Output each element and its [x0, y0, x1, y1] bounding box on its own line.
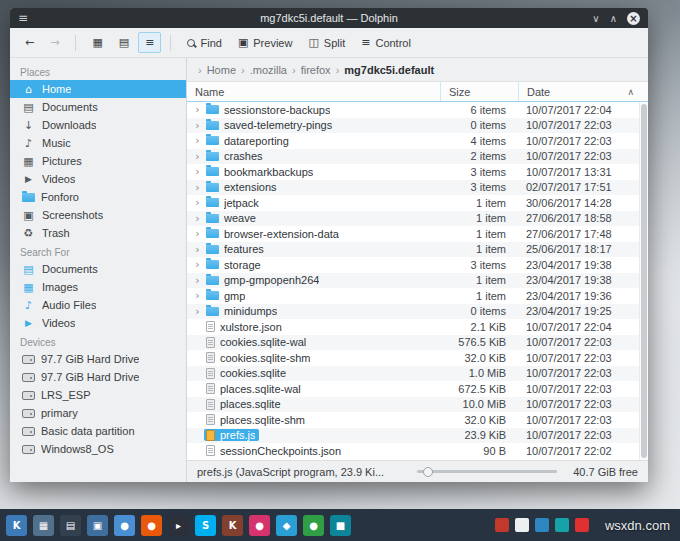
- close-button[interactable]: [627, 12, 640, 25]
- pager-icon[interactable]: ▦: [33, 515, 54, 536]
- tray-red-icon[interactable]: [495, 518, 509, 532]
- file-row-crashes[interactable]: ›crashes2 items10/07/2017 22:03: [187, 149, 648, 165]
- find-button[interactable]: Find: [180, 33, 228, 53]
- file-row-minidumps[interactable]: ›minidumps0 items23/04/2017 19:25: [187, 304, 648, 320]
- file-row-saved-telemetry-pings[interactable]: ›saved-telemetry-pings0 items10/07/2017 …: [187, 118, 648, 134]
- control-button[interactable]: Control: [354, 32, 418, 53]
- expander-icon[interactable]: ›: [191, 196, 204, 209]
- file-row-sessioncheckpoints-json[interactable]: sessionCheckpoints.json90 B10/07/2017 22…: [187, 443, 648, 459]
- sidebar-item-basic-data-partition[interactable]: Basic data partition: [10, 422, 186, 440]
- file-row-prefs-js[interactable]: prefs.js23.9 KiB10/07/2017 22:03: [187, 428, 648, 444]
- krita-icon[interactable]: K: [222, 515, 243, 536]
- expander-icon[interactable]: ›: [191, 103, 204, 116]
- forward-button[interactable]: [43, 32, 66, 53]
- sidebar-item-lrs-esp[interactable]: LRS_ESP: [10, 386, 186, 404]
- sidebar-item-images[interactable]: Images: [10, 278, 186, 296]
- details-view-button[interactable]: [138, 32, 161, 53]
- file-manager-icon[interactable]: ▣: [87, 515, 108, 536]
- sidebar-item-pictures[interactable]: Pictures: [10, 152, 186, 170]
- chromium-browser-icon[interactable]: ●: [114, 515, 135, 536]
- sidebar-item-videos[interactable]: Videos: [10, 314, 186, 332]
- scrollbar-thumb[interactable]: [641, 104, 647, 458]
- file-row-browser-extension-data[interactable]: ›browser-extension-data1 item27/06/2017 …: [187, 226, 648, 242]
- minimize-button[interactable]: [592, 12, 599, 25]
- sidebar-item-trash[interactable]: Trash: [10, 224, 186, 242]
- expander-icon[interactable]: ›: [191, 165, 204, 178]
- expander-icon[interactable]: ›: [191, 181, 204, 194]
- column-header-size[interactable]: Size: [440, 82, 518, 101]
- titlebar[interactable]: mg7dkc5i.default — Dolphin: [10, 8, 648, 28]
- sidebar-item-documents[interactable]: Documents: [10, 98, 186, 116]
- breadcrumb-item-mg7dkc5i-default[interactable]: mg7dkc5i.default: [344, 64, 434, 76]
- vertical-scrollbar[interactable]: [639, 102, 648, 460]
- tray-blue-icon[interactable]: [535, 518, 549, 532]
- media-player-icon[interactable]: ●: [249, 515, 270, 536]
- sidebar-item-97-7-gib-hard-drive[interactable]: 97.7 GiB Hard Drive: [10, 368, 186, 386]
- file-icon: [206, 321, 215, 332]
- expander-icon[interactable]: ›: [191, 258, 204, 271]
- split-button[interactable]: Split: [301, 32, 352, 53]
- column-header-date[interactable]: Date: [518, 82, 648, 101]
- expander-icon[interactable]: ›: [191, 305, 204, 318]
- back-button[interactable]: [18, 32, 41, 53]
- file-name-inner: browser-extension-data: [204, 228, 343, 240]
- file-row-gmp-gmpopenh264[interactable]: ›gmp-gmpopenh2641 item23/04/2017 19:38: [187, 273, 648, 289]
- breadcrumb-item-home[interactable]: Home: [207, 64, 236, 76]
- sidebar-item-windows8-os[interactable]: Windows8_OS: [10, 440, 186, 458]
- app-launcher-icon[interactable]: K: [6, 515, 27, 536]
- compact-view-button[interactable]: [112, 32, 136, 53]
- sidebar-item-downloads[interactable]: Downloads: [10, 116, 186, 134]
- expander-icon[interactable]: ›: [191, 119, 204, 132]
- firefox-browser-icon[interactable]: ●: [141, 515, 162, 536]
- expander-icon[interactable]: ›: [191, 243, 204, 256]
- sidebar-item-primary[interactable]: primary: [10, 404, 186, 422]
- file-row-bookmarkbackups[interactable]: ›bookmarkbackups3 items10/07/2017 13:31: [187, 164, 648, 180]
- tray-teal-icon[interactable]: [555, 518, 569, 532]
- file-row-places-sqlite[interactable]: places.sqlite10.0 MiB10/07/2017 22:03: [187, 397, 648, 413]
- file-row-cookies-sqlite[interactable]: cookies.sqlite1.0 MiB10/07/2017 22:03: [187, 366, 648, 382]
- zoom-slider[interactable]: [417, 470, 557, 473]
- file-row-places-sqlite-shm[interactable]: places.sqlite-shm32.0 KiB10/07/2017 22:0…: [187, 412, 648, 428]
- telegram-icon[interactable]: ◆: [276, 515, 297, 536]
- teal-app-icon[interactable]: ■: [330, 515, 351, 536]
- text-editor-icon[interactable]: ▤: [60, 515, 81, 536]
- sidebar-item-audio-files[interactable]: Audio Files: [10, 296, 186, 314]
- column-header-name[interactable]: Name: [187, 82, 440, 101]
- sidebar-item-screenshots[interactable]: Screenshots: [10, 206, 186, 224]
- icons-view-button[interactable]: [85, 32, 109, 53]
- expander-icon[interactable]: ›: [191, 150, 204, 163]
- expander-icon[interactable]: ›: [191, 134, 204, 147]
- file-row-cookies-sqlite-wal[interactable]: cookies.sqlite-wal576.5 KiB10/07/2017 22…: [187, 335, 648, 351]
- sidebar-item-music[interactable]: Music: [10, 134, 186, 152]
- file-row-datareporting[interactable]: ›datareporting4 items10/07/2017 22:03: [187, 133, 648, 149]
- file-row-jetpack[interactable]: ›jetpack1 item30/06/2017 14:28: [187, 195, 648, 211]
- file-row-places-sqlite-wal[interactable]: places.sqlite-wal672.5 KiB10/07/2017 22:…: [187, 381, 648, 397]
- skype-icon[interactable]: S: [195, 515, 216, 536]
- expander-icon[interactable]: ›: [191, 289, 204, 302]
- file-row-weave[interactable]: ›weave1 item27/06/2017 18:58: [187, 211, 648, 227]
- file-row-xulstore-json[interactable]: xulstore.json2.1 KiB10/07/2017 22:04: [187, 319, 648, 335]
- maximize-button[interactable]: [610, 12, 617, 25]
- konsole-terminal-icon[interactable]: ▸: [168, 515, 189, 536]
- tray-white-icon[interactable]: [515, 518, 529, 532]
- expander-icon[interactable]: ›: [191, 274, 204, 287]
- file-row-sessionstore-backups[interactable]: ›sessionstore-backups6 items10/07/2017 2…: [187, 102, 648, 118]
- expander-icon[interactable]: ›: [191, 227, 204, 240]
- sidebar-item-home[interactable]: Home: [10, 80, 186, 98]
- file-row-cookies-sqlite-shm[interactable]: cookies.sqlite-shm32.0 KiB10/07/2017 22:…: [187, 350, 648, 366]
- sidebar-item-videos[interactable]: Videos: [10, 170, 186, 188]
- file-row-gmp[interactable]: ›gmp1 item23/04/2017 19:36: [187, 288, 648, 304]
- zoom-slider-handle[interactable]: [423, 467, 433, 477]
- green-app-icon[interactable]: ●: [303, 515, 324, 536]
- sidebar-item-documents[interactable]: Documents: [10, 260, 186, 278]
- preview-button[interactable]: Preview: [231, 32, 300, 53]
- breadcrumb-item-mozilla[interactable]: .mozilla: [250, 64, 287, 76]
- file-row-features[interactable]: ›features1 item25/06/2017 18:17: [187, 242, 648, 258]
- file-row-storage[interactable]: ›storage3 items23/04/2017 19:38: [187, 257, 648, 273]
- sidebar-item-97-7-gib-hard-drive[interactable]: 97.7 GiB Hard Drive: [10, 350, 186, 368]
- sidebar-item-fonforo[interactable]: Fonforo: [10, 188, 186, 206]
- file-row-extensions[interactable]: ›extensions3 items02/07/2017 17:51: [187, 180, 648, 196]
- expander-icon[interactable]: ›: [191, 212, 204, 225]
- tray-red-2-icon[interactable]: [575, 518, 589, 532]
- breadcrumb-item-firefox[interactable]: firefox: [301, 64, 331, 76]
